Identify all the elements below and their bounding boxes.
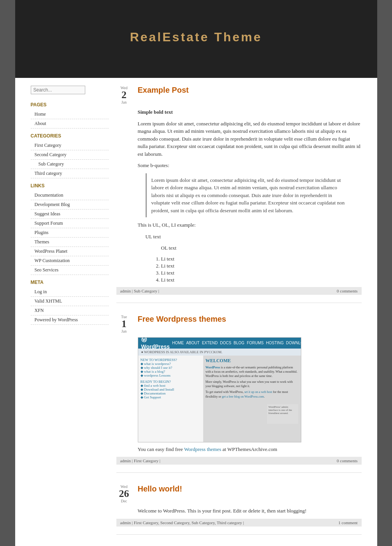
category-item-sub: Sub Category [31, 160, 109, 169]
categories-section-title: CATEGORIES [31, 133, 109, 139]
list-item: Suggest Ideas [31, 210, 109, 219]
wp-nav-about: ABOUT [186, 341, 199, 345]
post-category-link-first[interactable]: First Category [134, 520, 158, 525]
bquotes-label: Some b-quotes: [138, 162, 362, 169]
list-item: Li text [161, 270, 362, 276]
meta-powered-by[interactable]: Powered by WordPress [31, 315, 109, 324]
post-title: Free Wordpress themes [138, 315, 227, 324]
post-title-link[interactable]: Example Post [138, 86, 189, 94]
list-item: Li text [161, 256, 362, 262]
wp-sidebar-preview: WordPress' admin interface is one of the… [267, 404, 298, 424]
post-title-link[interactable]: Free Wordpress themes [138, 315, 227, 323]
site-header: RealEstate Theme [15, 0, 377, 78]
wp-nav-forums: FORUMS [247, 341, 264, 345]
post-comments: 1 comment [338, 520, 357, 525]
post-category-link[interactable]: First Category [134, 458, 158, 463]
sidebar: PAGES Home About CATEGORIES First Catego… [31, 86, 109, 546]
page-item-about: About [31, 119, 109, 129]
list-item: Seo Services [31, 266, 109, 275]
list-item: Li text [161, 263, 362, 269]
site-title: RealEstate Theme [130, 30, 262, 44]
post-body: Simple bold text Lorem ipsum dolor sit a… [138, 108, 362, 283]
link-themes[interactable]: Themes [31, 238, 109, 247]
link-development-blog[interactable]: Development Blog [31, 200, 109, 209]
wp-cta: To get started with WordPress, set it up… [206, 390, 299, 398]
list-item: Support Forum [31, 219, 109, 228]
post-date-box: Tue 1 Jan [116, 315, 132, 333]
page-item-home: Home [31, 110, 109, 119]
post-category-link-third[interactable]: Third category [217, 520, 242, 525]
post-date-box: Wed 26 Dec [116, 484, 132, 503]
wp-links: NEW TO WORDPRESS?◆ what is wordpress?◆ w… [141, 358, 201, 377]
page-link-about[interactable]: About [31, 119, 109, 128]
date-month: Jan [116, 100, 132, 104]
link-plugins[interactable]: Plugins [31, 228, 109, 237]
post-category-link[interactable]: Sub Category [134, 289, 157, 293]
post-bold-text: Simple bold text [138, 108, 362, 116]
post-header: Wed 2 Jan Example Post [116, 86, 362, 104]
post-blockquote: Lorem ipsum dolor sit amet, consectetur … [146, 173, 354, 218]
post-category-link-second[interactable]: Second Category [160, 520, 190, 525]
post-example: Wed 2 Jan Example Post Simple bold text … [116, 86, 362, 303]
category-item-third: Third category [31, 169, 109, 178]
wp-desc: WordPress is a state-of-the-art semantic… [206, 365, 299, 379]
wp-topbar: Ⓦ WordPress HOME ABOUT EXTEND DOCS BLOG … [138, 338, 301, 349]
category-link-second[interactable]: Second Category [31, 150, 109, 159]
link-wp-customization[interactable]: WP Customization [31, 256, 109, 265]
post-author-link[interactable]: admin [120, 458, 131, 463]
link-wordpress-planet[interactable]: WordPress Planet [31, 247, 109, 256]
category-link-third[interactable]: Third category [31, 169, 109, 178]
meta-xhtml[interactable]: Valid XHTML [31, 297, 109, 306]
wp-nav-download: DOWNLOAD [286, 341, 301, 345]
wp-notice: ● WORDPRESS IS ALSO AVAILABLE IN PYCCKOM… [138, 349, 301, 356]
main-content: Wed 2 Jan Example Post Simple bold text … [116, 86, 362, 546]
link-seo-services[interactable]: Seo Services [31, 266, 109, 275]
post-date-box: Wed 2 Jan [116, 86, 132, 104]
list-item: Development Blog [31, 200, 109, 210]
wordpress-screenshot: Ⓦ WordPress HOME ABOUT EXTEND DOCS BLOG … [138, 337, 301, 442]
list-item: Themes [31, 238, 109, 247]
meta-xfn[interactable]: XFN [31, 306, 109, 315]
meta-login[interactable]: Log in [31, 287, 109, 296]
ol-label: OL text [161, 244, 362, 252]
post-footer: admin | Sub Category | 0 comments [116, 287, 362, 295]
wp-right-panel: WELCOME WordPress is a state-of-the-art … [203, 356, 301, 442]
list-item: WordPress Planet [31, 247, 109, 256]
post-paragraph: Lorem ipsum dolor sit amet, consectetur … [138, 120, 362, 158]
page-link-home[interactable]: Home [31, 110, 109, 119]
link-support-forum[interactable]: Support Forum [31, 219, 109, 228]
meta-section-title: META [31, 280, 109, 285]
date-day: 26 [116, 489, 132, 499]
link-documentation[interactable]: Documentation [31, 191, 109, 200]
post-meta-left: admin | Sub Category | [120, 289, 159, 293]
ol-list: Li text Li text Li text Li text [161, 256, 362, 283]
wordpress-themes-link[interactable]: Wordpress themes [184, 446, 221, 452]
wp-nav-hosting: HOSTING [266, 341, 284, 345]
post-title-link[interactable]: Hello world! [138, 484, 182, 493]
post-category-link-sub[interactable]: Sub Category [192, 520, 214, 525]
search-box [31, 86, 109, 94]
wp-left-panel: NEW TO WORDPRESS?◆ what is wordpress?◆ w… [138, 356, 203, 442]
wp-nav-blog: BLOG [234, 341, 244, 345]
search-input[interactable] [31, 86, 85, 94]
pages-list: Home About [31, 110, 109, 129]
post-body: Ⓦ WordPress HOME ABOUT EXTEND DOCS BLOG … [138, 337, 362, 453]
post-paragraph: You can easy find free Wordpress themes … [138, 446, 362, 453]
date-month: Jan [116, 329, 132, 333]
post-body: Welcome to WordPress. This is your first… [138, 507, 362, 515]
list-item: Documentation [31, 191, 109, 200]
post-comments: 0 comments [337, 289, 357, 293]
post-hello-world: Wed 26 Dec Hello world! Welcome to WordP… [116, 484, 362, 535]
post-free-wp: Tue 1 Jan Free Wordpress themes Ⓦ WordPr… [116, 315, 362, 473]
category-link-first[interactable]: First Category [31, 141, 109, 150]
link-suggest-ideas[interactable]: Suggest Ideas [31, 210, 109, 218]
date-day: 2 [116, 90, 132, 100]
pages-section-title: PAGES [31, 102, 109, 107]
category-link-sub[interactable]: Sub Category [31, 160, 109, 169]
list-item: WP Customization [31, 256, 109, 266]
post-footer: admin | First Category | 0 comments [116, 457, 362, 465]
links-section-title: LINKS [31, 183, 109, 188]
post-author-link[interactable]: admin [120, 289, 131, 293]
post-author-link[interactable]: admin [120, 520, 131, 525]
date-day: 1 [116, 319, 132, 329]
